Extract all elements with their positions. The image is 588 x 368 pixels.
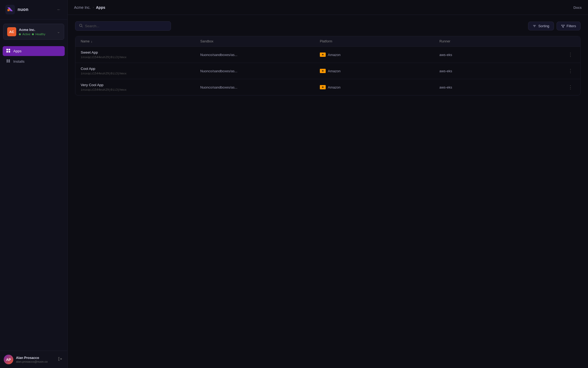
- column-header-name[interactable]: Name ↓: [81, 39, 200, 43]
- cell-app-name-2: Very Cool App insxqcz1544euh29j0ii3jhmxx: [81, 83, 200, 91]
- table-header: Name ↓ Sandbox Platform Runner: [75, 36, 580, 47]
- search-input[interactable]: [85, 24, 167, 28]
- user-info: Alan Prosacco alan.prosacco@nuon.co: [16, 356, 54, 363]
- app-name-2: Very Cool App: [81, 83, 200, 87]
- healthy-status-dot: [32, 33, 34, 35]
- controls-bar: Sorting Filters: [75, 21, 581, 31]
- svg-rect-2: [9, 49, 10, 50]
- search-box: [75, 21, 171, 31]
- workspace-status: Active Healthy: [19, 33, 54, 36]
- sidebar-collapse-button[interactable]: ←: [56, 6, 62, 13]
- amazon-icon-1: ≋: [320, 69, 326, 73]
- cell-sandbox-0: Nuonco/sandboxes/as...: [200, 53, 320, 57]
- sorting-icon: [533, 24, 536, 28]
- cell-app-name-1: Cool App insxqcz1544euh29j0ii3jhmxx: [81, 67, 200, 75]
- filters-label: Filters: [567, 24, 576, 28]
- sidebar-item-apps[interactable]: Apps: [3, 46, 65, 56]
- workspace-chevron-icon: ⌄: [57, 30, 60, 34]
- workspace-name: Acme Inc.: [19, 28, 54, 32]
- main-content: Acme Inc. › Apps Docs: [68, 0, 588, 368]
- cell-runner-2: aws-eks: [439, 85, 559, 89]
- column-header-platform: Platform: [320, 39, 439, 43]
- row-actions-button-1[interactable]: ⋮: [566, 67, 575, 75]
- table-row[interactable]: Cool App insxqcz1544euh29j0ii3jhmxx Nuon…: [75, 63, 580, 79]
- installs-nav-icon: [6, 59, 11, 64]
- sidebar-item-installs[interactable]: Installs: [3, 57, 65, 66]
- column-header-actions: [559, 39, 575, 43]
- nuon-logo-icon: [5, 5, 15, 14]
- svg-rect-4: [9, 51, 10, 53]
- search-icon: [79, 24, 83, 28]
- topbar: Acme Inc. › Apps Docs: [68, 0, 588, 15]
- sidebar-footer: AP Alan Prosacco alan.prosacco@nuon.co: [0, 351, 67, 368]
- filters-icon: [561, 24, 565, 28]
- active-status-text: Active: [22, 33, 30, 36]
- sorting-label: Sorting: [538, 24, 549, 28]
- active-status-dot: [19, 33, 21, 35]
- healthy-status-text: Healthy: [35, 33, 45, 36]
- sorting-button[interactable]: Sorting: [528, 22, 554, 30]
- cell-app-name-0: Sweet App insxqcz1544euh29j0ii3jhmxx: [81, 50, 200, 59]
- row-actions-button-2[interactable]: ⋮: [566, 83, 575, 91]
- cell-actions-0: ⋮: [559, 51, 575, 59]
- cell-platform-1: ≋ Amazon: [320, 69, 439, 73]
- apps-nav-icon: [6, 49, 11, 54]
- column-header-sandbox: Sandbox: [200, 39, 320, 43]
- content-area: Sorting Filters Name ↓ Sandbox: [68, 15, 588, 368]
- breadcrumb-parent: Acme Inc.: [74, 5, 91, 10]
- cell-runner-1: aws-eks: [439, 69, 559, 73]
- apps-table: Name ↓ Sandbox Platform Runner Sweet App: [75, 36, 581, 95]
- cell-actions-2: ⋮: [559, 83, 575, 91]
- platform-name-1: Amazon: [328, 69, 341, 73]
- sort-icon: ↓: [91, 40, 92, 43]
- logout-button[interactable]: [57, 355, 64, 363]
- user-name: Alan Prosacco: [16, 356, 54, 360]
- installs-nav-label: Installs: [13, 59, 24, 63]
- amazon-icon-0: ≋: [320, 53, 326, 57]
- row-actions-button-0[interactable]: ⋮: [566, 51, 575, 59]
- user-avatar: AP: [4, 355, 13, 364]
- cell-platform-2: ≋ Amazon: [320, 85, 439, 89]
- workspace-avatar: AC: [7, 27, 16, 36]
- controls-right: Sorting Filters: [528, 22, 581, 30]
- logo-text: nuon: [18, 7, 28, 12]
- cell-sandbox-2: Nuonco/sandboxes/as...: [200, 85, 320, 89]
- topbar-right: Docs: [573, 5, 582, 10]
- platform-name-2: Amazon: [328, 85, 341, 89]
- sidebar-logo-area: nuon ←: [0, 0, 67, 19]
- filters-button[interactable]: Filters: [557, 22, 581, 30]
- svg-rect-1: [6, 49, 8, 50]
- breadcrumb-current: Apps: [96, 5, 105, 10]
- user-email: alan.prosacco@nuon.co: [16, 360, 54, 363]
- svg-line-9: [82, 26, 83, 27]
- breadcrumb-separator: ›: [93, 6, 94, 9]
- app-id-1: insxqcz1544euh29j0ii3jhmxx: [81, 72, 200, 75]
- app-id-0: insxqcz1544euh29j0ii3jhmxx: [81, 55, 200, 59]
- cell-platform-0: ≋ Amazon: [320, 53, 439, 57]
- docs-link[interactable]: Docs: [573, 6, 582, 10]
- app-name-1: Cool App: [81, 67, 200, 71]
- apps-nav-label: Apps: [13, 49, 22, 53]
- sidebar: nuon ← AC Acme Inc. Active Healthy ⌄: [0, 0, 68, 368]
- breadcrumb: Acme Inc. › Apps: [74, 5, 105, 10]
- app-id-2: insxqcz1544euh29j0ii3jhmxx: [81, 88, 200, 91]
- platform-name-0: Amazon: [328, 53, 341, 57]
- column-header-runner: Runner: [439, 39, 559, 43]
- cell-sandbox-1: Nuonco/sandboxes/as...: [200, 69, 320, 73]
- cell-runner-0: aws-eks: [439, 53, 559, 57]
- workspace-card[interactable]: AC Acme Inc. Active Healthy ⌄: [3, 24, 64, 40]
- sidebar-nav: Apps Installs: [0, 44, 67, 351]
- cell-actions-1: ⋮: [559, 67, 575, 75]
- svg-point-8: [80, 24, 82, 27]
- workspace-info: Acme Inc. Active Healthy: [19, 28, 54, 36]
- table-row[interactable]: Sweet App insxqcz1544euh29j0ii3jhmxx Nuo…: [75, 47, 580, 63]
- table-row[interactable]: Very Cool App insxqcz1544euh29j0ii3jhmxx…: [75, 79, 580, 95]
- amazon-icon-2: ≋: [320, 85, 326, 89]
- app-name-0: Sweet App: [81, 50, 200, 54]
- svg-rect-3: [6, 51, 8, 53]
